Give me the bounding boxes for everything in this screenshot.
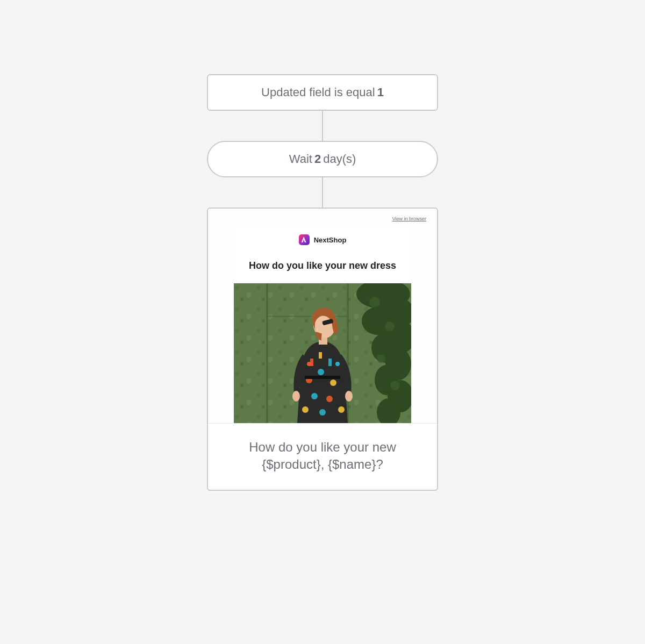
svg-rect-32 [328, 359, 332, 366]
svg-point-38 [345, 391, 353, 402]
email-body: NextShop How do you like your new dress [234, 225, 411, 423]
wait-value: 2 [314, 152, 321, 166]
svg-point-22 [390, 381, 400, 390]
email-hero-image [234, 283, 411, 423]
svg-point-20 [385, 321, 395, 331]
svg-point-21 [377, 354, 385, 363]
svg-rect-34 [305, 376, 340, 379]
svg-point-36 [335, 362, 340, 366]
svg-point-24 [318, 369, 324, 375]
brand-row: NextShop [234, 234, 411, 245]
svg-point-30 [319, 409, 326, 416]
automation-flow: Updated field is equal 1 Wait 2 day(s) V… [207, 74, 438, 644]
svg-rect-33 [319, 352, 322, 359]
brand-name: NextShop [314, 236, 347, 244]
condition-node[interactable]: Updated field is equal 1 [207, 74, 438, 111]
wait-prefix: Wait [289, 152, 312, 166]
wait-suffix: day(s) [323, 152, 356, 166]
condition-value: 1 [377, 85, 384, 99]
svg-point-29 [302, 406, 309, 413]
svg-point-35 [307, 362, 311, 366]
svg-rect-7 [266, 283, 268, 423]
connector [322, 111, 323, 141]
svg-point-19 [369, 297, 380, 307]
email-node[interactable]: View in browser NextShop How do you like… [207, 207, 438, 491]
email-subject: How do you like your new {$product}, {$n… [208, 424, 437, 490]
svg-point-25 [330, 380, 336, 386]
connector [322, 177, 323, 207]
svg-point-28 [338, 406, 345, 413]
brand-logo-icon [299, 234, 310, 245]
email-headline: How do you like your new dress [234, 260, 411, 271]
svg-point-37 [292, 391, 300, 402]
wait-node[interactable]: Wait 2 day(s) [207, 141, 438, 177]
condition-text: Updated field is equal [261, 85, 375, 99]
svg-point-26 [311, 393, 318, 399]
svg-rect-8 [347, 283, 349, 423]
view-in-browser-link[interactable]: View in browser [217, 214, 428, 225]
svg-point-27 [326, 396, 333, 402]
email-preview: View in browser NextShop How do you like… [208, 209, 437, 424]
